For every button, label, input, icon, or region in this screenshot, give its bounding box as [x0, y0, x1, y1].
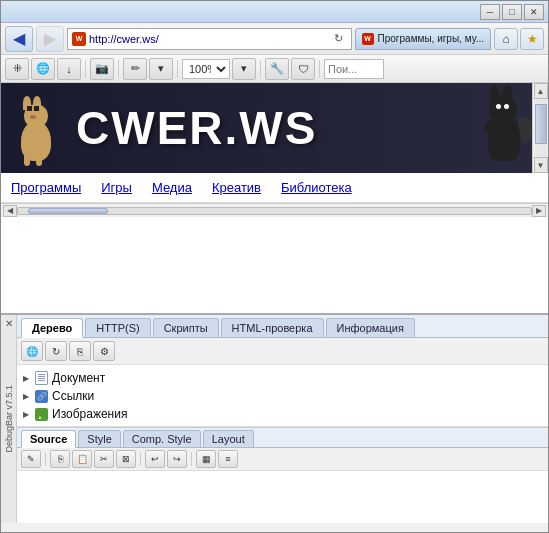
- zoom-select[interactable]: 100%: [182, 59, 230, 79]
- tree-label-images: Изображения: [52, 407, 127, 421]
- mascot-eye-left: [27, 106, 32, 111]
- tree-arrow-links[interactable]: ▶: [21, 391, 31, 401]
- scroll-left-arrow[interactable]: ◀: [3, 205, 17, 217]
- bottom-tab-comp-style[interactable]: Comp. Style: [123, 430, 201, 447]
- scroll-right-arrow[interactable]: ▶: [532, 205, 546, 217]
- mascot-nose: [30, 115, 36, 119]
- nav-link-media[interactable]: Медиа: [152, 180, 192, 195]
- cut-icon: ✂: [100, 454, 108, 464]
- debug-close-button[interactable]: ✕: [3, 317, 15, 329]
- src-btn-edit[interactable]: ✎: [21, 450, 41, 468]
- tree-item-document[interactable]: ▶ Документ: [21, 369, 544, 387]
- tree-arrow-images[interactable]: ▶: [21, 409, 31, 419]
- vertical-scrollbar[interactable]: ▲ ▼: [532, 83, 548, 173]
- tb2-btn-4[interactable]: 📷: [90, 58, 114, 80]
- camera-icon: 📷: [95, 62, 109, 75]
- tb2-btn-8[interactable]: 🛡: [291, 58, 315, 80]
- pencil-icon: ✏: [131, 62, 140, 75]
- tree-label-links: Ссылки: [52, 389, 94, 403]
- src-btn-undo[interactable]: ↩: [145, 450, 165, 468]
- mascot-r-eye-left: [496, 104, 501, 109]
- site-banner-text: CWER.WS: [76, 101, 317, 155]
- toolbar2: ⁜ 🌐 ↓ 📷 ✏ ▾ 100% ▾ 🔧 🛡: [1, 55, 548, 83]
- scroll-down-arrow[interactable]: ▼: [534, 157, 548, 173]
- nav-link-creative[interactable]: Креатив: [212, 180, 261, 195]
- debug-tab-tree[interactable]: Дерево: [21, 318, 83, 338]
- title-bar: ─ □ ✕: [1, 1, 548, 23]
- debug-tb-btn-2[interactable]: ↻: [45, 341, 67, 361]
- back-button[interactable]: ◀: [5, 26, 33, 52]
- nav-link-library[interactable]: Библиотека: [281, 180, 352, 195]
- tb2-btn-5[interactable]: ✏: [123, 58, 147, 80]
- dots-icon: ⁜: [13, 62, 22, 75]
- redo-icon: ↪: [173, 454, 181, 464]
- scroll-thumb[interactable]: [535, 104, 547, 144]
- maximize-button[interactable]: □: [502, 4, 522, 20]
- home-button[interactable]: ⌂: [494, 28, 518, 50]
- forward-button[interactable]: ▶: [36, 26, 64, 52]
- src-btn-copy[interactable]: ⎘: [50, 450, 70, 468]
- debug-tab-html[interactable]: HTML-проверка: [221, 318, 324, 337]
- zoom-down-btn[interactable]: ▾: [232, 58, 256, 80]
- scroll-up-arrow[interactable]: ▲: [534, 83, 548, 99]
- bottom-tab-style[interactable]: Style: [78, 430, 120, 447]
- mascot-eye-right: [34, 106, 39, 111]
- zoom-down-icon: ▾: [241, 62, 247, 75]
- bottom-tab-layout[interactable]: Layout: [203, 430, 254, 447]
- search-input[interactable]: [324, 59, 384, 79]
- src-divider-1: [45, 452, 46, 466]
- debug-tab-info[interactable]: Информация: [326, 318, 415, 337]
- star-button[interactable]: ★: [520, 28, 544, 50]
- tree-arrow-document[interactable]: ▶: [21, 373, 31, 383]
- mascot-r-eye-right: [504, 104, 509, 109]
- nav-link-programs[interactable]: Программы: [11, 180, 81, 195]
- tb2-btn-6[interactable]: ▾: [149, 58, 173, 80]
- src-btn-paste[interactable]: 📋: [72, 450, 92, 468]
- tb2-btn-2[interactable]: 🌐: [31, 58, 55, 80]
- tb2-divider5: [319, 60, 320, 78]
- image-icon: [35, 408, 48, 421]
- h-scroll-thumb[interactable]: [28, 208, 108, 214]
- mascot-left: [16, 91, 71, 166]
- src-btn-cut[interactable]: ✂: [94, 450, 114, 468]
- bottom-tabs: Source Style Comp. Style Layout: [17, 427, 548, 448]
- tb2-btn-1[interactable]: ⁜: [5, 58, 29, 80]
- src-btn-grid[interactable]: ▦: [196, 450, 216, 468]
- list-icon: ≡: [225, 454, 230, 464]
- debug-tb-btn-3[interactable]: ⎘: [69, 341, 91, 361]
- debug-tab-http[interactable]: HTTP(S): [85, 318, 150, 337]
- close-button[interactable]: ✕: [524, 4, 544, 20]
- site-nav: Программы Игры Медиа Креатив Библиотека: [1, 173, 548, 203]
- minimize-button[interactable]: ─: [480, 4, 500, 20]
- src-btn-redo[interactable]: ↪: [167, 450, 187, 468]
- paste-icon: 📋: [77, 454, 88, 464]
- debug-tab-scripts[interactable]: Скрипты: [153, 318, 219, 337]
- address-refresh-icon[interactable]: ↻: [331, 31, 347, 47]
- edit-icon: ✎: [27, 454, 35, 464]
- tb2-btn-3[interactable]: ↓: [57, 58, 81, 80]
- debug-toolbar: 🌐 ↻ ⎘ ⚙: [17, 338, 548, 365]
- tb2-btn-7[interactable]: 🔧: [265, 58, 289, 80]
- mascot-r-ear-left: [489, 84, 500, 99]
- address-bar[interactable]: W ↻: [67, 28, 352, 50]
- tree-label-document: Документ: [52, 371, 105, 385]
- debug-tb-btn-4[interactable]: ⚙: [93, 341, 115, 361]
- src-btn-list[interactable]: ≡: [218, 450, 238, 468]
- src-divider-3: [191, 452, 192, 466]
- site-banner: CWER.WS ▲ ▼: [1, 83, 548, 173]
- horizontal-scrollbar[interactable]: ◀ ▶: [1, 203, 548, 217]
- bottom-tab-source[interactable]: Source: [21, 430, 76, 448]
- debug-tree: ▶ Документ ▶ 🔗 Ссылки ▶ Изображения ▶: [17, 365, 548, 427]
- grid-icon: ▦: [202, 454, 211, 464]
- src-btn-x[interactable]: ⊠: [116, 450, 136, 468]
- tree-item-images[interactable]: ▶ Изображения: [21, 405, 544, 423]
- debug-tb-btn-1[interactable]: 🌐: [21, 341, 43, 361]
- tree-item-links[interactable]: ▶ 🔗 Ссылки: [21, 387, 544, 405]
- browser-tab[interactable]: W Программы, игры, му...: [355, 28, 491, 50]
- address-input[interactable]: [89, 33, 328, 45]
- forward-icon: ▶: [44, 29, 56, 48]
- nav-right-buttons: ⌂ ★: [494, 28, 544, 50]
- tb2-divider1: [85, 60, 86, 78]
- nav-link-games[interactable]: Игры: [101, 180, 132, 195]
- src-divider-2: [140, 452, 141, 466]
